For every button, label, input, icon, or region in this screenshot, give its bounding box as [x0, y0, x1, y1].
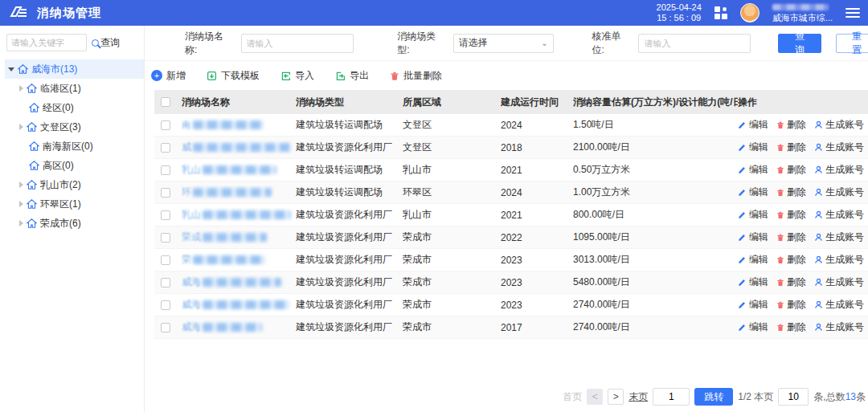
- caret-expanded-icon[interactable]: [8, 67, 14, 71]
- edit-button[interactable]: 编辑: [738, 186, 768, 199]
- site-name-link[interactable]: 环: [182, 186, 291, 199]
- prev-page-button[interactable]: <: [587, 389, 603, 405]
- generate-account-button[interactable]: 生成账号: [814, 141, 864, 154]
- delete-button[interactable]: 删除: [776, 253, 806, 267]
- delete-button[interactable]: 删除: [776, 230, 806, 244]
- filter-bar: 消纳场名称: 消纳场类型: 请选择 ⌄ 核准单位: 查询 重置: [145, 26, 868, 61]
- row-checkbox[interactable]: [161, 165, 170, 175]
- first-page-button[interactable]: 首页: [563, 390, 582, 404]
- edit-button[interactable]: 编辑: [738, 118, 768, 132]
- row-checkbox[interactable]: [161, 143, 170, 153]
- site-type-select[interactable]: 请选择 ⌄: [453, 34, 554, 53]
- approve-unit-input[interactable]: [638, 34, 751, 53]
- tree-node-jingqu[interactable]: 经区(0): [5, 98, 144, 117]
- site-name-link[interactable]: 乳山: [182, 163, 291, 177]
- page-number-input[interactable]: [653, 388, 690, 406]
- select-all-checkbox[interactable]: [161, 97, 170, 107]
- datetime: 2025-04-24 15 : 56 : 09: [657, 2, 702, 23]
- tree-node-rongcheng[interactable]: 荣成市(6): [5, 214, 144, 233]
- row-checkbox[interactable]: [161, 255, 170, 265]
- edit-button[interactable]: 编辑: [738, 141, 768, 154]
- generate-account-button[interactable]: 生成账号: [814, 230, 864, 244]
- delete-button[interactable]: 删除: [776, 320, 806, 334]
- generate-account-button[interactable]: 生成账号: [814, 298, 864, 312]
- generate-account-button[interactable]: 生成账号: [814, 253, 864, 267]
- delete-button[interactable]: 删除: [776, 118, 806, 132]
- caret-collapsed-icon[interactable]: [19, 220, 23, 226]
- site-name-link[interactable]: 威海: [182, 298, 291, 312]
- row-checkbox[interactable]: [161, 323, 170, 332]
- date-text: 2025-04-24: [657, 2, 702, 13]
- row-checkbox[interactable]: [161, 210, 170, 220]
- delete-button[interactable]: 删除: [776, 298, 806, 312]
- tree-node-nanhai[interactable]: 南海新区(0): [5, 137, 144, 156]
- row-checkbox[interactable]: [161, 300, 170, 310]
- search-button[interactable]: 查询: [778, 34, 821, 53]
- generate-account-button[interactable]: 生成账号: [814, 163, 864, 177]
- delete-button[interactable]: 删除: [776, 275, 806, 289]
- generate-account-button[interactable]: 生成账号: [814, 208, 864, 222]
- delete-button[interactable]: 删除: [776, 186, 806, 199]
- edit-button[interactable]: 编辑: [738, 208, 768, 222]
- site-name-input[interactable]: [241, 34, 354, 53]
- edit-button[interactable]: 编辑: [738, 320, 768, 334]
- caret-collapsed-icon[interactable]: [19, 85, 23, 92]
- year-cell: 2021: [501, 165, 573, 176]
- caret-collapsed-icon[interactable]: [19, 182, 23, 188]
- edit-button[interactable]: 编辑: [738, 275, 768, 289]
- generate-account-button[interactable]: 生成账号: [814, 118, 864, 132]
- user-info[interactable]: 威海市城市综...: [772, 4, 833, 22]
- trash-icon: [776, 255, 784, 264]
- edit-button[interactable]: 编辑: [738, 253, 768, 267]
- site-name-link[interactable]: 威海: [182, 320, 291, 334]
- edit-button[interactable]: 编辑: [738, 230, 768, 244]
- site-name-link[interactable]: 南: [182, 118, 291, 132]
- caret-collapsed-icon[interactable]: [19, 124, 23, 130]
- site-name-link[interactable]: 威海: [182, 275, 291, 289]
- generate-account-button[interactable]: 生成账号: [814, 320, 864, 334]
- tree-node-gaoqu[interactable]: 高区(0): [5, 156, 144, 175]
- apps-grid-icon[interactable]: [714, 6, 727, 19]
- site-name-link[interactable]: 乳山: [182, 208, 291, 222]
- table-row: 环 建筑垃圾转运调配场 环翠区 2024 1.00万立方米 编辑 删除 生成账号: [154, 182, 868, 204]
- site-name-link[interactable]: 荣: [182, 253, 291, 267]
- row-checkbox[interactable]: [161, 278, 170, 288]
- delete-button[interactable]: 删除: [776, 208, 806, 222]
- reset-button[interactable]: 重置: [836, 34, 868, 53]
- tree-node-lingang[interactable]: 临港区(1): [5, 79, 144, 98]
- batch-delete-button[interactable]: 批量删除: [390, 69, 442, 83]
- site-name-link[interactable]: 荣成: [182, 230, 291, 244]
- jump-button[interactable]: 跳转: [694, 388, 733, 406]
- download-template-button[interactable]: 下载模板: [207, 69, 260, 83]
- delete-button[interactable]: 删除: [776, 163, 806, 177]
- capacity-cell: 800.00吨/日: [573, 208, 738, 222]
- caret-collapsed-icon[interactable]: [19, 201, 23, 207]
- site-name-link[interactable]: 威: [182, 141, 291, 154]
- tree-node-rushan[interactable]: 乳山市(2): [5, 175, 144, 194]
- row-checkbox[interactable]: [161, 188, 170, 198]
- generate-account-button[interactable]: 生成账号: [814, 275, 864, 289]
- tree-node-weihai[interactable]: 威海市(13): [5, 59, 144, 79]
- delete-button[interactable]: 删除: [776, 141, 806, 154]
- edit-button[interactable]: 编辑: [738, 163, 768, 177]
- import-button[interactable]: 导入: [280, 69, 314, 83]
- year-cell: 2023: [501, 300, 573, 311]
- export-button[interactable]: 导出: [335, 69, 369, 83]
- row-checkbox[interactable]: [161, 233, 170, 243]
- user-avatar[interactable]: [740, 3, 760, 22]
- generate-account-button[interactable]: 生成账号: [814, 186, 864, 199]
- site-name-redacted-bar: [203, 165, 276, 174]
- last-page-button[interactable]: 末页: [628, 390, 648, 404]
- row-checkbox[interactable]: [161, 120, 170, 130]
- sidebar-search-input[interactable]: [6, 34, 87, 51]
- tree-node-huancui[interactable]: 环翠区(1): [5, 194, 144, 214]
- sidebar-search-button[interactable]: 查询: [92, 36, 120, 50]
- add-button[interactable]: + 新增: [151, 69, 186, 83]
- page-size-input[interactable]: [778, 388, 809, 406]
- year-cell: 2017: [501, 322, 573, 333]
- tree-node-wendeng[interactable]: 文登区(3): [5, 117, 144, 137]
- time-text: 15 : 56 : 09: [657, 13, 702, 23]
- edit-button[interactable]: 编辑: [738, 298, 768, 312]
- menu-icon[interactable]: [845, 8, 860, 18]
- next-page-button[interactable]: >: [608, 389, 624, 405]
